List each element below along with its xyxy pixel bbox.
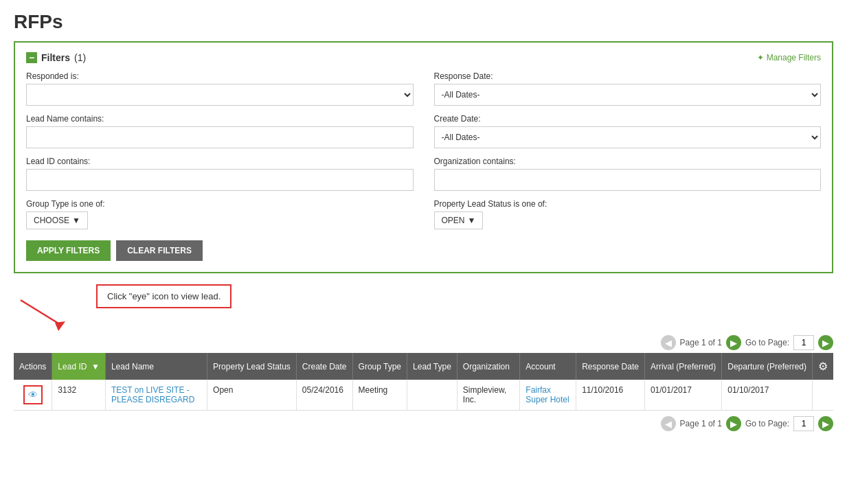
col-header-account: Account (520, 353, 576, 380)
lead-name-contains-label: Lead Name contains: (26, 114, 414, 124)
group-type-dropdown[interactable]: CHOOSE ▼ (26, 211, 88, 229)
lead-type-cell (407, 380, 458, 411)
property-lead-status-dropdown[interactable]: OPEN ▼ (434, 211, 484, 229)
create-date-label: Create Date: (434, 114, 822, 124)
group-type-cell: Meeting (352, 380, 407, 411)
pagination-top: ◀ Page 1 of 1 ▶ Go to Page: ▶ (14, 335, 833, 350)
organization-cell: Simpleview, Inc. (457, 380, 519, 411)
view-lead-button[interactable]: 👁 (23, 385, 43, 404)
svg-line-0 (21, 300, 62, 325)
arrival-cell: 01/01/2017 (644, 380, 721, 411)
filters-header: − Filters (1) ✦ Manage Filters (26, 52, 821, 63)
col-header-property-lead-status: Property Lead Status (207, 353, 297, 380)
group-type-chevron-icon: ▼ (72, 216, 80, 225)
eye-icon: 👁 (28, 389, 38, 400)
filter-response-date: Response Date: -All Dates- (434, 71, 822, 106)
pagination-bottom: ◀ Page 1 of 1 ▶ Go to Page: ▶ (14, 416, 833, 431)
create-date-select[interactable]: -All Dates- (434, 126, 822, 148)
goto-page-label: Go to Page: (745, 338, 789, 347)
lead-name-contains-input[interactable] (26, 126, 414, 148)
lead-id-contains-label: Lead ID contains: (26, 157, 414, 166)
account-link[interactable]: Fairfax Super Hotel (526, 385, 569, 404)
clear-filters-button[interactable]: CLEAR FILTERS (116, 240, 203, 261)
col-header-create-date: Create Date (296, 353, 352, 380)
goto-page-label-bottom: Go to Page: (745, 419, 789, 428)
filter-lead-name: Lead Name contains: (26, 114, 414, 148)
col-header-arrival: Arrival (Preferred) (644, 353, 721, 380)
manage-filters-link[interactable]: ✦ Manage Filters (757, 53, 821, 62)
tooltip-text: Click "eye" icon to view lead. (107, 291, 221, 301)
lead-name-cell: TEST on LIVE SITE - PLEASE DISREGARD (105, 380, 207, 411)
prev-page-button-bottom[interactable]: ◀ (661, 416, 676, 431)
filters-title: − Filters (1) (26, 52, 86, 63)
col-header-settings[interactable]: ⚙ (813, 353, 834, 380)
account-cell: Fairfax Super Hotel (520, 380, 576, 411)
filter-responded-is: Responded is: (26, 71, 414, 106)
table-settings-icon[interactable]: ⚙ (818, 360, 828, 372)
goto-page-input-bottom[interactable] (793, 416, 814, 431)
next-page-button-bottom[interactable]: ▶ (726, 416, 741, 431)
col-header-lead-id: Lead ID ▼ (52, 353, 106, 380)
group-type-btn-label: CHOOSE (34, 216, 69, 225)
filter-create-date: Create Date: -All Dates- (434, 114, 822, 148)
responded-is-label: Responded is: (26, 71, 414, 81)
col-header-group-type: Group Type (352, 353, 407, 380)
property-lead-status-btn-label: OPEN (442, 216, 465, 225)
collapse-filters-icon[interactable]: − (26, 52, 37, 63)
property-lead-status-label: Property Lead Status is one of: (434, 199, 822, 209)
property-lead-status-cell: Open (207, 380, 297, 411)
action-cell: 👁 (14, 380, 52, 411)
responded-is-select[interactable] (26, 84, 414, 106)
organization-contains-input[interactable] (434, 169, 822, 191)
filters-actions: APPLY FILTERS CLEAR FILTERS (26, 240, 821, 261)
page-info-bottom: Page 1 of 1 (680, 419, 722, 428)
filters-panel: − Filters (1) ✦ Manage Filters Responded… (14, 41, 833, 273)
filters-count: (1) (74, 52, 86, 63)
property-lead-status-chevron-icon: ▼ (468, 216, 476, 225)
lead-id-contains-input[interactable] (26, 169, 414, 191)
organization-contains-label: Organization contains: (434, 157, 822, 166)
filter-lead-id: Lead ID contains: (26, 157, 414, 191)
filters-label: Filters (41, 52, 70, 63)
row-settings-cell (813, 380, 834, 411)
filters-grid: Responded is: Response Date: -All Dates-… (26, 71, 821, 229)
col-header-response-date: Response Date (576, 353, 645, 380)
apply-filters-button[interactable]: APPLY FILTERS (26, 240, 111, 261)
results-table-wrapper: Actions Lead ID ▼ Lead Name Property Lea… (14, 353, 833, 411)
col-header-lead-name: Lead Name (105, 353, 207, 380)
col-header-lead-type: Lead Type (407, 353, 458, 380)
results-table: Actions Lead ID ▼ Lead Name Property Lea… (14, 353, 833, 411)
tooltip-area: Click "eye" icon to view lead. (14, 284, 833, 331)
page-info: Page 1 of 1 (680, 338, 722, 347)
response-date-label: Response Date: (434, 71, 822, 81)
col-header-organization: Organization (457, 353, 519, 380)
filter-organization: Organization contains: (434, 157, 822, 191)
lead-name-link[interactable]: TEST on LIVE SITE - PLEASE DISREGARD (111, 385, 194, 404)
page-title: RFPs (14, 11, 833, 33)
svg-marker-1 (55, 321, 65, 331)
tooltip-box: Click "eye" icon to view lead. (96, 284, 231, 308)
response-date-cell: 11/10/2016 (576, 380, 645, 411)
group-type-label: Group Type is one of: (26, 199, 414, 209)
goto-page-go-button-bottom[interactable]: ▶ (818, 416, 833, 431)
filter-property-lead-status: Property Lead Status is one of: OPEN ▼ (434, 199, 822, 229)
col-header-action: Actions (14, 353, 52, 380)
goto-page-go-button[interactable]: ▶ (818, 335, 833, 350)
table-header-row: Actions Lead ID ▼ Lead Name Property Lea… (14, 353, 833, 380)
filter-group-type: Group Type is one of: CHOOSE ▼ (26, 199, 414, 229)
next-page-button[interactable]: ▶ (726, 335, 741, 350)
tooltip-arrow-svg (14, 297, 69, 331)
goto-page-input[interactable] (793, 335, 814, 350)
prev-page-button[interactable]: ◀ (661, 335, 676, 350)
lead-id-cell: 3132 (52, 380, 106, 411)
table-row: 👁 3132 TEST on LIVE SITE - PLEASE DISREG… (14, 380, 833, 411)
departure-cell: 01/10/2017 (722, 380, 813, 411)
col-header-departure: Departure (Preferred) (722, 353, 813, 380)
create-date-cell: 05/24/2016 (296, 380, 352, 411)
response-date-select[interactable]: -All Dates- (434, 84, 822, 106)
